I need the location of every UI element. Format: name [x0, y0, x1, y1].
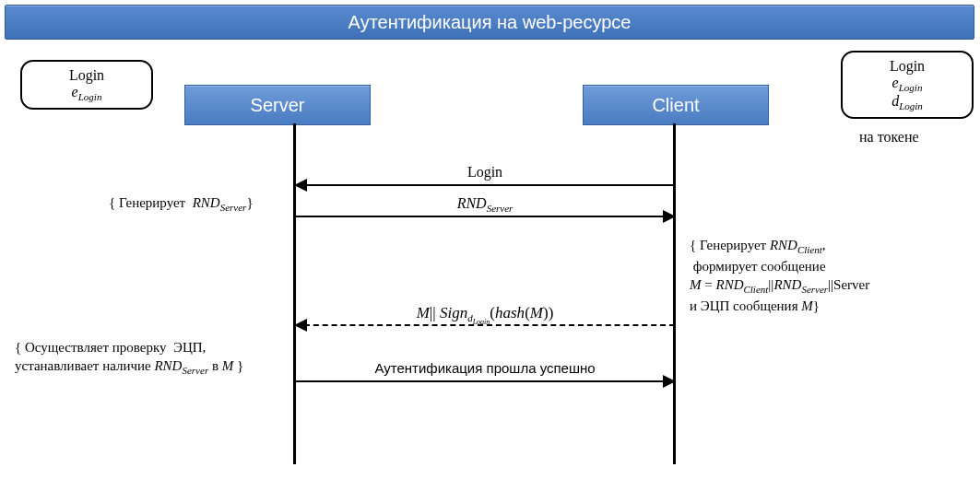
msg-line	[295, 184, 675, 186]
msg-auth-success: Аутентификация прошла успешно	[295, 380, 675, 401]
sequence-diagram: Аутентификация на web-ресурсе Login eLog…	[0, 0, 980, 479]
arrowhead-right-icon	[663, 375, 676, 388]
server-keys-box: Login eLogin	[20, 60, 153, 110]
arrowhead-left-icon	[294, 319, 307, 332]
msg-line	[295, 380, 675, 382]
arrowhead-left-icon	[294, 179, 307, 192]
server-keys-line2: eLogin	[31, 84, 142, 102]
client-keys-line1: Login	[852, 58, 962, 75]
note-client-generates: { Генерирует RNDClient, формирует сообще…	[690, 236, 975, 315]
msg-line	[295, 324, 675, 326]
note-server-generates: { Генерирует RNDServer}	[109, 193, 254, 215]
msg-login-label: Login	[295, 164, 675, 181]
token-caption: на токене	[859, 129, 919, 146]
server-keys-line1: Login	[31, 67, 142, 84]
msg-auth-success-label: Аутентификация прошла успешно	[295, 360, 675, 376]
msg-signature: M|| SigndLogin(hash(M))	[295, 324, 675, 345]
participant-client: Client	[583, 85, 769, 125]
msg-signature-label: M|| SigndLogin(hash(M))	[295, 304, 675, 327]
diagram-title: Аутентификация на web-ресурсе	[5, 5, 974, 40]
client-keys-line3: dLogin	[852, 93, 962, 111]
arrowhead-right-icon	[663, 210, 676, 223]
note-server-verifies: { Осуществляет проверку ЭЦП,устанавливае…	[15, 338, 291, 378]
msg-rnd-server-label: RNDServer	[295, 195, 675, 214]
client-keys-line2: eLogin	[852, 75, 962, 93]
msg-rnd-server: RNDServer	[295, 216, 675, 236]
msg-line	[295, 216, 675, 217]
participant-server: Server	[184, 85, 371, 125]
client-keys-box: Login eLogin dLogin	[841, 51, 974, 119]
